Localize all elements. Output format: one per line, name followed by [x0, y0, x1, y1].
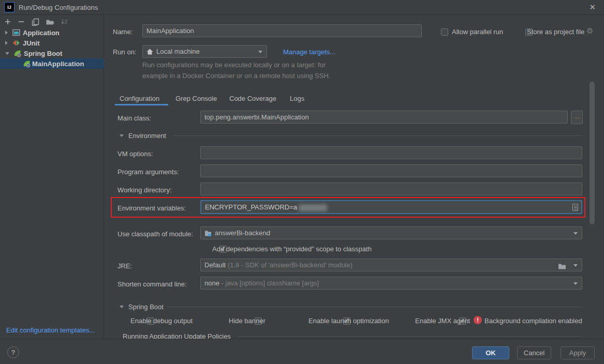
working-directory-label: Working directory:: [117, 186, 172, 194]
spring-boot-icon: [13, 50, 22, 57]
allow-parallel-run-label: Allow parallel run: [452, 28, 503, 36]
browse-main-class-button[interactable]: ...: [571, 111, 583, 124]
run-on-help-line2: example in a Docker Container or on a re…: [142, 72, 330, 80]
configurations-sidebar: Application JUnit Spring Boot MainApplic…: [0, 15, 104, 339]
run-on-help-line1: Run configurations may be executed local…: [142, 61, 326, 69]
jre-hint: (1.8 - SDK of 'answerBi-backend' module): [228, 261, 352, 269]
main-class-input[interactable]: top.peng.answerbi.MainApplication: [200, 111, 568, 124]
folder-icon[interactable]: [558, 261, 566, 271]
main-class-label: Main class:: [117, 114, 151, 122]
apply-button[interactable]: Apply: [561, 346, 595, 359]
spring-boot-section-title: Spring Boot: [128, 303, 164, 311]
home-icon: [146, 49, 153, 55]
name-label: Name:: [113, 28, 132, 36]
program-arguments-input[interactable]: [200, 164, 582, 177]
chevron-right-icon[interactable]: [5, 31, 8, 35]
junit-icon: [12, 39, 20, 47]
background-compilation-warning: Background compilation enabled: [484, 317, 582, 325]
sort-configurations-icon[interactable]: [60, 17, 69, 26]
title-bar: IJ Run/Debug Configurations ✕: [0, 0, 604, 15]
sidebar-item-junit[interactable]: JUnit: [0, 38, 104, 48]
jre-label: JRE:: [117, 262, 132, 270]
active-tab-indicator: [115, 104, 168, 105]
environment-variables-value: ENCRYPTOR_PASSWORD=a: [205, 203, 297, 211]
manage-targets-link[interactable]: Manage targets...: [283, 48, 335, 56]
enable-debug-output-label: Enable debug output: [130, 317, 193, 325]
environment-variables-label: Environment variables:: [117, 204, 186, 212]
sidebar-item-application[interactable]: Application: [0, 27, 104, 38]
dropdown-arrow-icon: [258, 51, 262, 53]
section-divider: [173, 135, 582, 136]
section-divider: [167, 307, 582, 307]
dropdown-arrow-icon: [573, 282, 578, 285]
dropdown-arrow-icon: [573, 264, 578, 267]
tab-logs[interactable]: Logs: [290, 95, 304, 102]
error-icon: !: [474, 316, 482, 324]
browse-variables-icon[interactable]: [572, 204, 578, 211]
sidebar-item-spring-boot[interactable]: Spring Boot: [0, 48, 104, 58]
tree-item-label: MainApplication: [32, 60, 84, 68]
application-icon: [12, 29, 20, 36]
tree-item-label: Application: [23, 29, 60, 37]
environment-variables-input[interactable]: ENCRYPTOR_PASSWORD=a: [200, 200, 582, 214]
gear-icon[interactable]: ⚙: [586, 26, 593, 36]
copy-configuration-icon[interactable]: [31, 17, 40, 26]
shorten-command-line-label: Shorten command line:: [117, 280, 187, 288]
spring-boot-run-icon: [23, 60, 31, 68]
intellij-logo-icon: IJ: [4, 2, 14, 12]
shorten-hint: - java [options] className [args]: [222, 279, 319, 287]
shorten-value: none: [204, 279, 219, 287]
chevron-down-icon[interactable]: [5, 52, 9, 55]
provided-scope-label: Add dependencies with “provided” scope t…: [212, 245, 372, 253]
use-classpath-label: Use classpath of module:: [117, 230, 193, 238]
close-icon[interactable]: ✕: [589, 3, 596, 12]
sidebar-toolbar: [0, 15, 104, 28]
use-classpath-value: answerBi-backend: [215, 229, 270, 237]
tree-item-label: Spring Boot: [24, 50, 62, 57]
working-directory-input[interactable]: [200, 183, 582, 195]
hide-banner-label: Hide banner: [229, 317, 266, 325]
redacted-password-value: [299, 204, 327, 211]
shorten-command-line-select[interactable]: none - java [options] className [args]: [200, 277, 582, 290]
help-button[interactable]: ?: [7, 346, 19, 358]
collapse-spring-boot-icon[interactable]: [120, 306, 124, 308]
tab-code-coverage[interactable]: Code Coverage: [229, 95, 276, 102]
vertical-scrollbar[interactable]: [590, 82, 595, 224]
module-icon: [204, 230, 212, 236]
cancel-button[interactable]: Cancel: [517, 346, 551, 359]
dialog-title: Run/Debug Configurations: [19, 4, 98, 11]
sidebar-item-mainapplication[interactable]: MainApplication: [0, 58, 104, 69]
dialog-footer: ? OK Cancel Apply: [0, 339, 604, 364]
ok-button[interactable]: OK: [472, 346, 509, 359]
tab-grep-console[interactable]: Grep Console: [175, 95, 217, 102]
run-debug-configurations-dialog: IJ Run/Debug Configurations ✕: [0, 0, 604, 364]
remove-configuration-icon[interactable]: [17, 17, 26, 26]
tab-configuration[interactable]: Configuration: [120, 95, 159, 102]
add-configuration-icon[interactable]: [3, 17, 12, 26]
vm-options-label: VM options:: [117, 150, 153, 158]
jre-value: Default: [204, 261, 226, 269]
environment-section-title: Environment: [128, 132, 166, 140]
chevron-right-icon[interactable]: [5, 41, 8, 45]
run-on-select[interactable]: Local machine: [142, 45, 267, 58]
run-on-value: Local machine: [156, 48, 200, 55]
tab-bar: Configuration Grep Console Code Coverage…: [0, 95, 604, 106]
vm-options-input[interactable]: [200, 146, 582, 159]
section-divider: [238, 336, 582, 337]
use-classpath-select[interactable]: answerBi-backend: [200, 226, 582, 239]
edit-configuration-templates-link[interactable]: Edit configuration templates...: [6, 326, 95, 334]
enable-launch-optimization-label: Enable launch optimization: [308, 317, 389, 325]
allow-parallel-run-checkbox[interactable]: ✓: [441, 28, 448, 36]
store-as-project-file-label: Store as project file: [527, 28, 584, 36]
jre-select[interactable]: Default (1.8 - SDK of 'answerBi-backend'…: [200, 259, 582, 271]
new-folder-icon[interactable]: [45, 17, 54, 26]
enable-jmx-agent-label: Enable JMX agent: [415, 317, 470, 325]
run-on-label: Run on:: [113, 48, 137, 56]
collapse-environment-icon[interactable]: [120, 134, 124, 137]
tree-item-label: JUnit: [23, 39, 40, 47]
name-input[interactable]: MainApplication: [142, 24, 422, 37]
program-arguments-label: Program arguments:: [117, 168, 179, 176]
dropdown-arrow-icon: [573, 232, 578, 235]
